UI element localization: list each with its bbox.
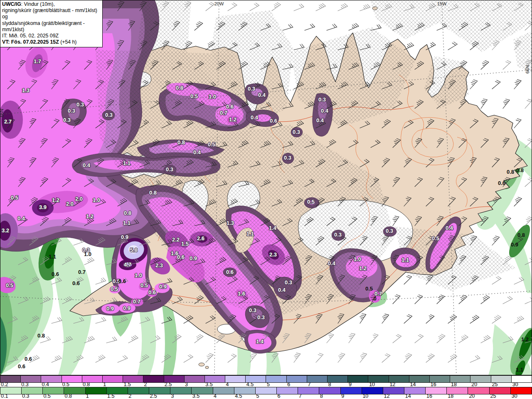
precip-value-label: 0.3 [334,232,342,238]
precip-value-label: 0.9 [123,305,131,311]
scale-tick-label: 8 [328,382,331,387]
scale-tick-label: 7 [298,394,302,399]
scale-tick-label: 30 [511,394,517,399]
precip-value-label: 0.5 [111,286,118,292]
precip-value-label: 2.0 [66,201,74,207]
scale-tick-label: 10 [368,382,375,387]
precip-value-label: 0.8 [37,332,45,339]
scale-tick-label: 20 [468,394,475,399]
precip-value-label: 1.4 [269,225,277,231]
scale-tick-label: 12 [389,382,395,387]
precip-value-label: 0.5 [365,286,373,292]
precip-value-label: 0.4 [17,215,25,222]
precip-value-label: 1.1 [49,254,56,260]
precip-value-label: 0.6 [270,118,277,124]
precip-value-label: 0.4 [328,260,336,266]
precip-value-label: 1.3 [22,87,30,94]
scale-tick-label: 1 [85,394,89,399]
precip-value-label: 0.3 [293,129,300,135]
longitude-label: 20W [214,1,224,6]
precip-value-label: 0.9 [159,283,167,290]
scale-tick-label: 10 [362,394,368,399]
scale-tick-label: 1.5 [106,394,114,399]
precip-value-label: 0.3 [249,307,256,313]
precip-value-label: 2.0 [75,196,83,202]
weather-map: 20W15W66N66N 1.01.71.71.32.70.30.30.30.3… [0,0,532,399]
scale-tick-label: 9 [348,382,352,387]
precip-value-label: 1.2 [359,265,367,271]
precip-value-label: 1.1 [246,231,254,237]
precip-value-label: 5.8 [130,247,138,253]
precip-value-label: 0.6 [226,103,234,110]
precip-value-label: 0.3 [257,314,265,320]
scale-tick-label: 0.1 [0,394,8,399]
precip-value-label: 0.9 [511,241,518,248]
precip-value-label: 2.3 [269,251,277,258]
precip-value-label: 1.0 [135,272,142,278]
precip-value-label: 0.5 [11,195,18,201]
precip-value-label: 0.5 [6,282,13,288]
precip-value-label: 0.3 [105,112,113,118]
scale-tick-label: 8 [319,394,323,399]
scale-tick-label: 1.5 [123,382,131,387]
precip-value-label: 1.1 [123,220,131,226]
scale-tick-label: 16 [430,382,436,387]
precip-value-label: 2.7 [4,118,12,125]
scale-tick-label: 3 [170,394,174,399]
scale-tick-label: 2.5 [149,394,157,399]
precip-value-label: 3.9 [39,204,47,210]
precip-value-label: 0.3 [76,101,84,108]
scale-tick-label: 4 [213,394,217,399]
precip-value-label: 1.0 [354,256,361,262]
precip-value-label: 0.3 [285,279,292,286]
scale-tick-label: 0.8 [82,382,90,387]
precip-value-label: 0.9 [106,305,114,312]
scale-tick-label: 6 [286,382,290,387]
snow-scale-labels: 0.20.30.40.50.811.522.533.544.5567891012… [0,383,532,387]
precip-value-label: 0.4 [321,108,329,114]
precip-value-label: 0.6 [25,356,32,362]
title-line-2: rigning/skúrir (grænt/blátt/rautt - mm/1… [2,7,101,20]
scale-tick-label: 2.5 [164,382,172,387]
precip-value-label: 2.2 [172,236,180,243]
precip-value-label: 0.3 [68,108,75,114]
scale-tick-label: 12 [383,394,390,399]
precip-value-label: 0.5 [307,199,315,205]
scale-tick-label: 0.5 [62,382,69,387]
scale-tick-label: 0.8 [64,394,72,399]
scale-tick-label: 14 [404,394,411,399]
rain-scale-labels: 0.10.30.50.811.522.533.544.5567891012141… [0,394,532,399]
precip-value-label: 2.6 [197,235,204,241]
precip-value-label: 0.7 [133,298,140,305]
scale-tick-label: 25 [491,382,498,387]
scale-tick-label: 4.5 [234,394,242,399]
init-time: IT: Mið. 05. 02. 2025 09Z [2,33,101,39]
precip-value-label: 0.6 [226,269,234,275]
precip-value-label: 1.4 [256,338,264,345]
scale-tick-label: 14 [409,382,416,387]
precip-value-label: 0.7 [220,110,227,116]
precip-value-label: 1.5 [181,241,189,247]
scale-tick-label: 0.5 [42,394,50,399]
precip-value-label: 0.6 [72,280,80,286]
precip-value-label: 0 [373,296,376,302]
precip-value-label: 0.8 [176,85,183,91]
precip-value-label: 4.7 [124,261,131,268]
precip-value-label: 1.2 [521,336,529,342]
map-canvas: 20W15W66N66N 1.01.71.71.32.70.30.30.30.3… [0,0,532,375]
scale-tick-label: 5 [266,382,270,387]
precip-value-label: 0.8 [507,169,514,175]
scale-tick-label: 6 [277,394,281,399]
scale-tick-label: 2 [143,382,147,387]
precip-value-label: 0.8 [177,139,185,145]
precip-value-label: 1.0 [93,197,100,203]
precip-value-label: 0.4 [193,149,201,155]
scale-tick-label: 18 [447,394,453,399]
scale-tick-label: 9 [340,394,344,399]
scale-tick-label: 3.5 [204,382,212,387]
precip-value-label: 0.7 [78,269,86,275]
precip-value-label: 3.2 [2,227,9,234]
scale-tick-label: 25 [490,394,496,399]
precip-value-label: 0.5 [140,282,148,288]
scale-tick-label: 7 [307,382,310,387]
